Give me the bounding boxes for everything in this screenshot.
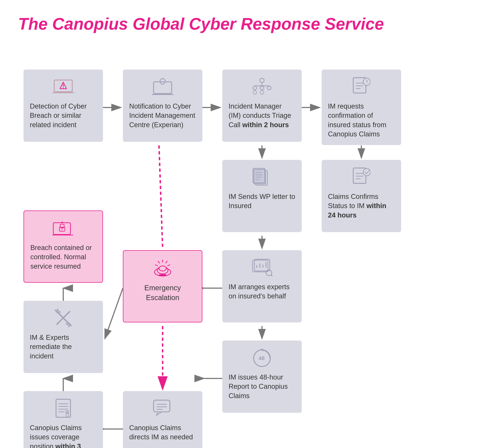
svg-point-32 bbox=[260, 86, 264, 90]
box-triage: Incident Manager (IM) conducts Triage Ca… bbox=[222, 70, 302, 142]
alarm-light-icon bbox=[151, 258, 174, 278]
svg-marker-94 bbox=[156, 412, 162, 415]
org-chart-icon bbox=[250, 77, 274, 97]
document-list-icon bbox=[51, 398, 75, 418]
box-emergency-escalation: Emergency Escalation bbox=[123, 250, 202, 322]
svg-rect-24 bbox=[154, 82, 172, 94]
box-im-experts-remediate: IM & Experts remediate the incident bbox=[24, 301, 103, 373]
box-detection: Detection of Cyber Breach or similar rel… bbox=[24, 70, 103, 142]
box-im-arranges-experts: IM arranges experts on insured's behalf bbox=[222, 250, 302, 322]
svg-point-51 bbox=[363, 169, 370, 176]
box-im-requests: ? IM requests confirmation of insured st… bbox=[322, 70, 401, 145]
page-title: The Canopius Global Cyber Response Servi… bbox=[18, 14, 476, 33]
tools-cross-icon bbox=[51, 308, 75, 328]
svg-point-61 bbox=[159, 266, 166, 271]
box-breach-contained-text: Breach contained or controlled. Normal s… bbox=[30, 243, 96, 271]
clock-48-icon: 48 bbox=[250, 348, 274, 368]
box-48-hour-report-text: IM issues 48-hour Report to Canopius Cla… bbox=[229, 373, 296, 400]
box-im-sends-wp: IM Sends WP letter to Insured bbox=[222, 160, 302, 232]
svg-line-65 bbox=[155, 265, 158, 266]
svg-line-15 bbox=[105, 288, 123, 339]
box-im-arranges-experts-text: IM arranges experts on insured's behalf bbox=[229, 282, 296, 301]
svg-line-75 bbox=[271, 275, 272, 276]
box-notification: Notification to Cyber Incident Managemen… bbox=[123, 70, 202, 142]
svg-line-66 bbox=[168, 265, 170, 266]
chat-lines-icon bbox=[151, 398, 174, 418]
laptop-bell-icon bbox=[151, 77, 174, 97]
document-check-icon bbox=[350, 167, 373, 187]
svg-point-33 bbox=[267, 86, 271, 90]
box-im-requests-text: IM requests confirmation of insured stat… bbox=[328, 102, 395, 139]
svg-line-64 bbox=[166, 261, 167, 263]
box-triage-text: Incident Manager (IM) conducts Triage Ca… bbox=[229, 102, 296, 130]
box-claims-confirms: Claims Confirms Status to IM within 24 h… bbox=[322, 160, 401, 232]
svg-rect-89 bbox=[66, 414, 68, 416]
box-coverage-position: Canopius Claims issues coverage position… bbox=[24, 391, 103, 448]
box-emergency-escalation-text: Emergency Escalation bbox=[130, 283, 196, 303]
svg-rect-69 bbox=[254, 259, 270, 271]
box-48-hour-report: 48 IM issues 48-hour Report to Canopius … bbox=[222, 340, 302, 413]
svg-rect-67 bbox=[159, 274, 166, 276]
box-coverage-position-text: Canopius Claims issues coverage position… bbox=[30, 423, 97, 448]
document-question-icon: ? bbox=[350, 77, 373, 97]
svg-point-23 bbox=[63, 87, 64, 88]
svg-line-63 bbox=[158, 261, 160, 263]
svg-text:?: ? bbox=[366, 79, 368, 84]
svg-line-16 bbox=[159, 145, 163, 248]
svg-point-80 bbox=[62, 229, 63, 230]
laptop-warning-icon bbox=[51, 77, 75, 97]
svg-point-28 bbox=[260, 78, 264, 83]
box-claims-confirms-text: Claims Confirms Status to IM within 24 h… bbox=[328, 192, 395, 220]
svg-point-31 bbox=[253, 86, 257, 90]
svg-text:48: 48 bbox=[259, 355, 265, 361]
analytics-search-icon bbox=[250, 257, 274, 277]
box-canopius-directs-im-text: Canopius Claims directs IM as needed bbox=[129, 423, 196, 442]
box-detection-text: Detection of Cyber Breach or similar rel… bbox=[30, 102, 97, 130]
box-canopius-directs-im: Canopius Claims directs IM as needed bbox=[123, 391, 202, 448]
documents-stack-icon bbox=[250, 167, 274, 187]
page: The Canopius Global Cyber Response Servi… bbox=[0, 0, 494, 448]
svg-rect-90 bbox=[154, 400, 170, 412]
box-breach-contained: Breach contained or controlled. Normal s… bbox=[24, 210, 103, 283]
diagram: Detection of Cyber Breach or similar rel… bbox=[18, 48, 476, 445]
svg-rect-53 bbox=[254, 170, 266, 184]
laptop-lock-icon bbox=[51, 218, 75, 238]
box-im-experts-remediate-text: IM & Experts remediate the incident bbox=[30, 333, 97, 361]
box-notification-text: Notification to Cyber Incident Managemen… bbox=[129, 102, 196, 130]
svg-point-38 bbox=[260, 91, 264, 94]
box-im-sends-wp-text: IM Sends WP letter to Insured bbox=[229, 192, 296, 211]
svg-point-37 bbox=[253, 91, 257, 94]
